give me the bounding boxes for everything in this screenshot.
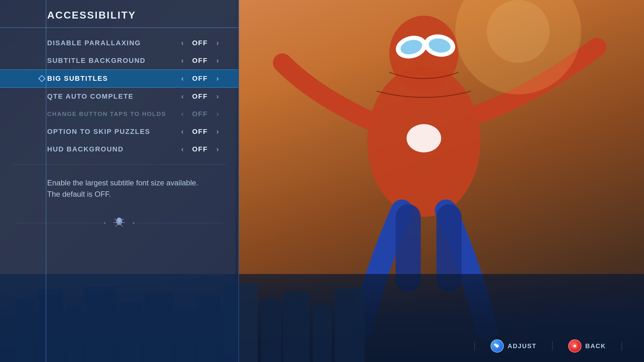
setting-value-subtitle-background: OFF — [187, 57, 213, 65]
svg-point-35 — [494, 344, 497, 346]
svg-point-9 — [273, 53, 292, 72]
arrow-right-hud-background[interactable]: › — [216, 145, 219, 154]
btn-separator-left — [475, 341, 475, 351]
svg-point-6 — [407, 124, 441, 152]
setting-value-change-button-taps: OFF — [187, 110, 213, 118]
setting-name-option-to-skip-puzzles: OPTION TO SKIP PUZZLES — [47, 128, 177, 136]
back-control[interactable]: BACK — [568, 339, 606, 353]
setting-row-subtitle-background[interactable]: SUBTITLE BACKGROUND ‹ OFF › — [0, 52, 238, 69]
adjust-button-label: ADJUST — [508, 343, 536, 350]
setting-name-big-subtitles: BIG SUBTITLES — [47, 74, 177, 83]
svg-rect-23 — [283, 291, 310, 362]
arrow-left-qte-auto-complete[interactable]: ‹ — [181, 92, 184, 101]
page-title: ACCESSIBILITY — [47, 9, 136, 21]
setting-row-hud-background[interactable]: HUD BACKGROUND ‹ OFF › — [0, 140, 238, 158]
setting-name-qte-auto-complete: QTE AUTO COMPLETE — [47, 92, 177, 101]
adjust-button-icon — [491, 339, 504, 353]
spider-dot-right — [133, 222, 135, 224]
active-indicator — [38, 75, 46, 82]
arrow-left-big-subtitles[interactable]: ‹ — [181, 74, 184, 83]
svg-rect-22 — [261, 299, 281, 362]
arrow-right-option-to-skip-puzzles[interactable]: › — [216, 127, 219, 136]
spider-divider — [0, 209, 238, 237]
setting-name-disable-parallaxing: DISABLE PARALLAXING — [47, 39, 177, 47]
description-line2: The default is OFF. — [47, 189, 223, 200]
left-panel: ACCESSIBILITY DISABLE PARALLAXING ‹ OFF … — [0, 0, 239, 362]
setting-row-qte-auto-complete[interactable]: QTE AUTO COMPLETE ‹ OFF › — [0, 88, 238, 105]
bottom-controls: ADJUST BACK — [471, 339, 625, 353]
description-line1: Enable the largest subtitle font size av… — [47, 177, 223, 189]
accessibility-header: ACCESSIBILITY — [0, 0, 238, 28]
arrow-left-subtitle-background[interactable]: ‹ — [181, 56, 184, 65]
spider-line-right — [137, 223, 223, 223]
spider-line-left — [16, 223, 101, 223]
arrow-left-disable-parallaxing[interactable]: ‹ — [181, 39, 184, 47]
arrow-right-big-subtitles[interactable]: › — [216, 74, 219, 83]
setting-name-subtitle-background: SUBTITLE BACKGROUND — [47, 57, 177, 65]
description-area: Enable the largest subtitle font size av… — [0, 168, 238, 206]
svg-rect-24 — [313, 305, 332, 362]
setting-row-change-button-taps[interactable]: CHANGE BUTTON TAPS TO HOLDS ‹ OFF › — [0, 105, 238, 123]
setting-row-option-to-skip-puzzles[interactable]: OPTION TO SKIP PUZZLES ‹ OFF › — [0, 123, 238, 140]
arrow-right-subtitle-background[interactable]: › — [216, 56, 219, 65]
divider — [13, 164, 226, 165]
btn-separator-far-right — [622, 341, 622, 351]
back-button-icon — [568, 339, 581, 353]
back-button-label: BACK — [585, 343, 606, 350]
svg-point-11 — [487, 0, 550, 63]
btn-separator-right — [552, 341, 552, 351]
setting-row-disable-parallaxing[interactable]: DISABLE PARALLAXING ‹ OFF › — [0, 34, 238, 52]
setting-value-disable-parallaxing: OFF — [187, 39, 213, 47]
arrow-left-hud-background[interactable]: ‹ — [181, 145, 184, 154]
setting-name-hud-background: HUD BACKGROUND — [47, 145, 177, 153]
setting-row-big-subtitles[interactable]: BIG SUBTITLES ‹ OFF › — [0, 69, 238, 88]
setting-name-change-button-taps: CHANGE BUTTON TAPS TO HOLDS — [47, 111, 177, 118]
spider-logo-icon — [113, 216, 125, 230]
arrow-left-option-to-skip-puzzles[interactable]: ‹ — [181, 127, 184, 136]
settings-list: DISABLE PARALLAXING ‹ OFF › SUBTITLE BAC… — [0, 31, 238, 161]
arrow-left-change-button-taps[interactable]: ‹ — [181, 110, 184, 118]
spider-dot-left — [104, 222, 106, 224]
setting-value-hud-background: OFF — [187, 145, 213, 153]
setting-value-qte-auto-complete: OFF — [187, 92, 213, 101]
setting-value-option-to-skip-puzzles: OFF — [187, 128, 213, 136]
arrow-right-qte-auto-complete[interactable]: › — [216, 92, 219, 101]
setting-value-big-subtitles: OFF — [187, 74, 213, 83]
svg-point-37 — [574, 345, 576, 347]
adjust-control[interactable]: ADJUST — [491, 339, 536, 353]
left-edge-bar — [46, 0, 47, 362]
arrow-right-disable-parallaxing[interactable]: › — [216, 39, 219, 47]
svg-rect-25 — [335, 288, 365, 362]
arrow-right-change-button-taps[interactable]: › — [216, 110, 219, 118]
